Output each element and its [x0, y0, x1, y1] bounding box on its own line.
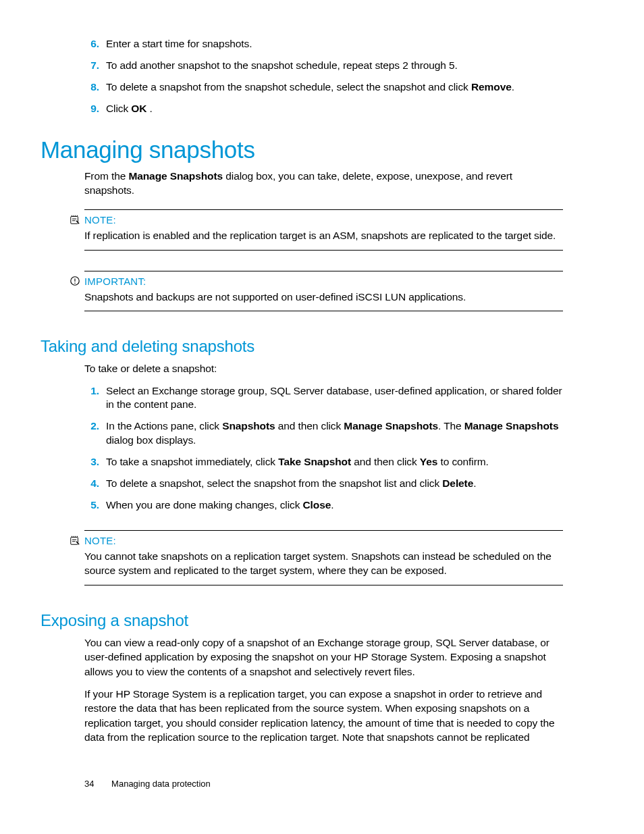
heading-managing-snapshots: Managing snapshots — [41, 136, 563, 163]
step-item: 5. When you are done making changes, cli… — [84, 498, 563, 513]
intro-paragraph: From the Manage Snapshots dialog box, yo… — [84, 169, 563, 198]
step-item: 7. To add another snapshot to the snapsh… — [84, 59, 563, 73]
heading-exposing: Exposing a snapshot — [41, 611, 563, 630]
step-text: Click OK . — [106, 103, 153, 114]
step-number: 4. — [84, 477, 99, 491]
step-text: When you are done making changes, click … — [106, 499, 333, 511]
step-item: 6. Enter a start time for snapshots. — [84, 37, 563, 51]
step-item: 4. To delete a snapshot, select the snap… — [84, 477, 563, 491]
step-item: 9. Click OK . — [84, 102, 563, 116]
step-text: Enter a start time for snapshots. — [106, 38, 252, 49]
important-text: Snapshots and backups are not supported … — [84, 290, 563, 304]
important-icon — [70, 276, 82, 288]
step-text: To take a snapshot immediately, click Ta… — [106, 456, 489, 467]
note-callout: NOTE: If replication is enabled and the … — [84, 209, 563, 250]
note-icon — [70, 214, 82, 226]
step-number: 8. — [84, 80, 99, 95]
step-item: 2. In the Actions pane, click Snapshots … — [84, 419, 563, 448]
step-text: To delete a snapshot from the snapshot s… — [106, 81, 514, 93]
step-number: 7. — [84, 59, 99, 73]
important-label: IMPORTANT: — [84, 276, 563, 287]
svg-point-3 — [74, 282, 76, 284]
step-text: In the Actions pane, click Snapshots and… — [106, 420, 558, 446]
note-text: If replication is enabled and the replic… — [84, 228, 563, 242]
step-text: To add another snapshot to the snapshot … — [106, 59, 458, 71]
note-label: NOTE: — [84, 535, 563, 546]
body-paragraph: If your HP Storage System is a replicati… — [84, 687, 563, 745]
step-item: 8. To delete a snapshot from the snapsho… — [84, 80, 563, 95]
body-paragraph: You can view a read-only copy of a snaps… — [84, 635, 563, 679]
svg-rect-0 — [71, 217, 78, 224]
note-text: You cannot take snapshots on a replicati… — [84, 549, 563, 578]
step-number: 9. — [84, 102, 99, 116]
lead-paragraph: To take or delete a snapshot: — [84, 361, 563, 375]
step-text: To delete a snapshot, select the snapsho… — [106, 477, 476, 489]
step-list-a: 1. Select an Exchange storage group, SQL… — [84, 384, 563, 513]
step-number: 2. — [84, 419, 99, 434]
page-footer: 34 Managing data protection — [84, 779, 211, 789]
step-number: 3. — [84, 455, 99, 469]
heading-taking-deleting: Taking and deleting snapshots — [41, 337, 563, 356]
step-text: Select an Exchange storage group, SQL Se… — [106, 385, 562, 411]
page-number: 34 — [84, 779, 94, 789]
step-number: 1. — [84, 384, 99, 398]
footer-title: Managing data protection — [111, 779, 211, 789]
svg-rect-4 — [71, 538, 78, 545]
step-list-top: 6. Enter a start time for snapshots. 7. … — [84, 37, 563, 116]
important-callout: IMPORTANT: Snapshots and backups are not… — [84, 271, 563, 311]
note-callout: NOTE: You cannot take snapshots on a rep… — [84, 530, 563, 585]
step-item: 3. To take a snapshot immediately, click… — [84, 455, 563, 469]
step-number: 6. — [84, 37, 99, 51]
note-label: NOTE: — [84, 214, 563, 226]
step-number: 5. — [84, 498, 99, 513]
note-icon — [70, 535, 82, 547]
step-item: 1. Select an Exchange storage group, SQL… — [84, 384, 563, 413]
